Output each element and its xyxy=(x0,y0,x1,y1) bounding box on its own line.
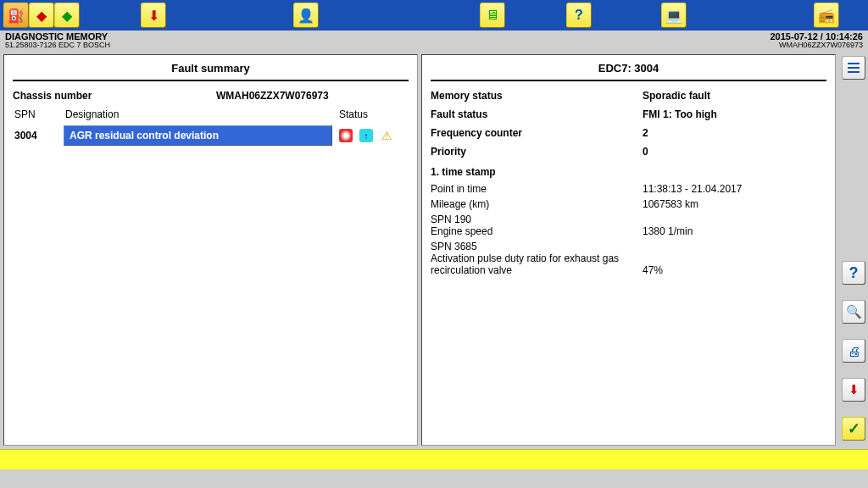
print-button[interactable]: 🖨 xyxy=(842,339,865,363)
mileage-value: 1067583 km xyxy=(643,198,698,210)
fault-table-header: SPN Designation Status xyxy=(13,108,409,120)
fault-detail-panel: EDC7: 3004 Memory statusSporadic fault F… xyxy=(421,54,836,446)
page-title: DIAGNOSTIC MEMORY xyxy=(5,32,110,41)
radio-icon[interactable]: 📻 xyxy=(814,3,839,28)
help-box-icon[interactable]: ? xyxy=(566,3,592,28)
freq-label: Frequency counter xyxy=(431,127,643,139)
spn3685-value: 47% xyxy=(643,264,663,276)
pit-label: Point in time xyxy=(431,183,643,195)
timestamp-header: 1. time stamp xyxy=(431,166,826,178)
list-view-button[interactable] xyxy=(842,56,865,80)
status-bar xyxy=(0,449,868,469)
fault-designation-button[interactable]: AGR residual control deviation xyxy=(64,125,332,146)
confirm-button[interactable]: ✓ xyxy=(842,417,865,441)
prio-value: 0 xyxy=(643,146,648,158)
fault-spn: 3004 xyxy=(13,130,64,141)
chassis-value: WMAH06ZZX7W076973 xyxy=(216,90,329,102)
fault-status-label: Fault status xyxy=(431,108,643,120)
col-designation: Designation xyxy=(65,108,339,120)
datetime: 2015-07-12 / 10:14:26 xyxy=(771,32,864,41)
diag-up-icon[interactable]: ◆ xyxy=(54,3,80,28)
fault-status-value: FMI 1: Too high xyxy=(643,108,717,120)
mileage-label: Mileage (km) xyxy=(431,198,643,210)
right-panel-title: EDC7: 3004 xyxy=(431,55,826,81)
engine-icon[interactable]: ⛽ xyxy=(3,3,29,28)
computer-icon[interactable]: 💻 xyxy=(661,3,687,28)
pit-value: 11:38:13 - 21.04.2017 xyxy=(643,183,742,195)
mem-status-value: Sporadic fault xyxy=(643,90,710,102)
info-arrow-icon[interactable]: ⬇ xyxy=(141,3,166,28)
freq-value: 2 xyxy=(643,127,648,139)
status-dot-icon xyxy=(339,129,353,142)
left-panel-title: Fault summary xyxy=(13,55,409,81)
diag-down-icon[interactable]: ◆ xyxy=(29,3,54,28)
status-warn-icon: ⚠ xyxy=(380,129,393,142)
vin-small: WMAH06ZZX7W076973 xyxy=(779,41,863,49)
status-up-icon: ↑ xyxy=(359,129,373,142)
page-subtitle: 51.25803-7126 EDC 7 BOSCH xyxy=(5,41,110,49)
fault-summary-panel: Fault summary Chassis number WMAH06ZZX7W… xyxy=(3,54,418,446)
col-spn: SPN xyxy=(14,108,65,120)
person-icon[interactable]: 👤 xyxy=(293,3,319,28)
col-status: Status xyxy=(339,108,407,120)
prio-label: Priority xyxy=(431,146,643,158)
locate-button[interactable]: 🔍 xyxy=(842,300,865,324)
monitor-icon[interactable]: 🖥 xyxy=(480,3,505,28)
spn3685-label: SPN 3685 Activation pulse duty ratio for… xyxy=(431,241,643,276)
side-toolbar: ? 🔍 🖨 ⬇ ✓ xyxy=(839,51,868,449)
spn190-label: SPN 190 Engine speed xyxy=(431,214,643,237)
top-toolbar: ⛽ ◆ ◆ ⬇ 👤 🖥 ? 💻 📻 xyxy=(0,0,868,30)
info-bar: DIAGNOSTIC MEMORY 51.25803-7126 EDC 7 BO… xyxy=(0,30,868,51)
download-button[interactable]: ⬇ xyxy=(842,378,865,402)
mem-status-label: Memory status xyxy=(431,90,643,102)
spn190-value: 1380 1/min xyxy=(643,225,693,237)
table-row: 3004 AGR residual control deviation ↑ ⚠ xyxy=(13,125,409,146)
chassis-label: Chassis number xyxy=(13,90,165,102)
help-button[interactable]: ? xyxy=(842,261,865,285)
